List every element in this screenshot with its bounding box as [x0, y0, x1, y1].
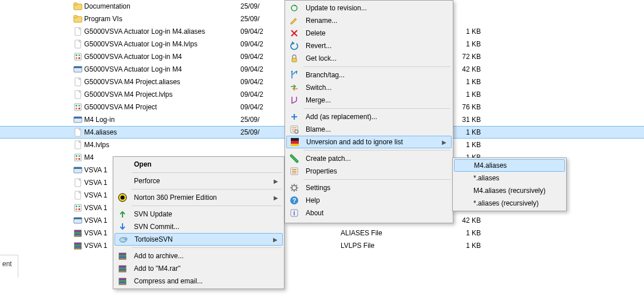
menu-item[interactable]: Perforce▶: [114, 175, 283, 187]
context-menu-ignore[interactable]: M4.aliases*.aliasesM4.aliases (recursive…: [452, 157, 567, 211]
folder-icon: [73, 14, 82, 23]
menu-item-label: TortoiseSVN: [131, 235, 173, 243]
menu-item[interactable]: TortoiseSVN▶: [114, 233, 283, 246]
menu-item-label: Create patch...: [302, 155, 351, 163]
rar-icon: [73, 228, 82, 238]
update-rev-icon: [290, 3, 299, 13]
rar-icon: [118, 251, 127, 261]
help-icon: [290, 196, 299, 205]
menu-separator: [132, 247, 282, 248]
lvproj-icon: [73, 102, 82, 112]
context-menu-main[interactable]: OpenPerforce▶Norton 360 Premier Edition▶…: [113, 156, 285, 289]
rar-icon: [118, 277, 127, 286]
branch-icon: [290, 70, 299, 80]
menu-item-label: *.aliases (recursively): [470, 199, 539, 207]
menu-item[interactable]: Open: [114, 158, 283, 171]
file-row[interactable]: VSVA 1014 12:17ALIASES File1 KB: [0, 227, 644, 239]
menu-item-label: Delete: [302, 29, 326, 37]
file-name: M4.aliases: [84, 128, 240, 136]
file-size: 42 KB: [455, 216, 481, 224]
menu-item-label: Branch/tag...: [302, 71, 345, 79]
menu-item[interactable]: Add to "M4.rar": [114, 262, 283, 275]
lvproj-icon: [73, 153, 82, 162]
menu-item[interactable]: About: [286, 207, 452, 219]
menu-separator: [303, 150, 451, 151]
menu-item-label: Properties: [302, 167, 337, 175]
menu-item[interactable]: Rename...: [286, 14, 452, 27]
menu-item-label: Add to archive...: [131, 252, 184, 260]
menu-item[interactable]: Unversion and add to ignore list▶: [286, 136, 452, 148]
menu-item-label: Add (as replacement)...: [302, 113, 377, 121]
menu-item[interactable]: Branch/tag...: [286, 69, 452, 81]
menu-item[interactable]: *.aliases: [454, 172, 565, 184]
menu-item-label: Revert...: [302, 42, 331, 50]
menu-item[interactable]: Add to archive...: [114, 250, 283, 262]
menu-item-label: Unversion and add to ignore list: [303, 138, 403, 146]
menu-separator: [303, 179, 451, 180]
file-size: 42 KB: [455, 65, 481, 73]
rename-icon: [290, 16, 299, 25]
menu-item[interactable]: Update to revision...: [286, 2, 452, 14]
submenu-arrow-icon: ▶: [274, 178, 278, 184]
menu-item-label: Merge...: [302, 96, 331, 104]
menu-item-label: About: [302, 209, 323, 217]
exe-icon: [73, 65, 82, 74]
menu-item[interactable]: SVN Commit...: [114, 220, 283, 233]
menu-item[interactable]: Settings: [286, 181, 452, 194]
unversion-icon: [290, 137, 299, 147]
menu-item[interactable]: Revert...: [286, 40, 452, 52]
menu-item[interactable]: Blame...: [286, 123, 452, 136]
menu-item[interactable]: SVN Update: [114, 208, 283, 220]
rar-icon: [73, 241, 82, 250]
file-type: LVLPS File: [341, 242, 455, 250]
exe-icon: [73, 216, 82, 225]
menu-item[interactable]: M4.aliases (recursively): [454, 184, 565, 197]
menu-item-label: Rename...: [302, 17, 337, 25]
menu-item[interactable]: Norton 360 Premier Edition▶: [114, 191, 283, 204]
menu-item[interactable]: Help: [286, 194, 452, 207]
file-name: Program VIs: [84, 15, 240, 23]
menu-item[interactable]: Properties: [286, 165, 452, 177]
lvproj-icon: [73, 52, 82, 61]
left-panel-fragment: ent: [0, 255, 18, 278]
menu-item[interactable]: Switch...: [286, 81, 452, 94]
exe-icon: [73, 165, 82, 175]
file-size: 1 KB: [455, 141, 481, 149]
add-icon: [290, 112, 299, 121]
menu-item[interactable]: Add (as replacement)...: [286, 110, 452, 123]
revert-icon: [290, 41, 299, 50]
menu-separator: [303, 108, 451, 109]
props-icon: [290, 167, 299, 176]
file-icon: [73, 90, 82, 99]
delete-icon: [290, 29, 299, 38]
file-name: M4.lvlps: [84, 141, 240, 149]
file-size: 72 KB: [455, 53, 481, 61]
menu-item-label: Switch...: [302, 84, 331, 92]
menu-item[interactable]: M4.aliases: [454, 159, 565, 172]
file-name: G5000VSVA Actuator Log-in M4: [84, 53, 240, 61]
file-size: 1 KB: [455, 229, 481, 237]
menu-item-label: *.aliases: [470, 174, 499, 182]
context-menu-tortoisesvn[interactable]: Update to revision...Rename...DeleteReve…: [285, 0, 453, 223]
file-name: M4 Log-in: [84, 116, 240, 124]
file-row[interactable]: VSVA 1014 12:17LVLPS File1 KB: [0, 239, 644, 252]
file-size: 31 KB: [455, 116, 481, 124]
menu-item-label: Help: [302, 196, 320, 204]
folder-icon: [73, 2, 82, 11]
menu-item-label: Compress and email...: [131, 277, 203, 285]
file-size: 1 KB: [455, 78, 481, 86]
menu-item[interactable]: Create patch...: [286, 152, 452, 165]
menu-item[interactable]: *.aliases (recursively): [454, 197, 565, 210]
menu-item[interactable]: Get lock...: [286, 52, 452, 65]
menu-item-label: SVN Update: [131, 210, 172, 218]
file-name: G5000VSVA M4 Project: [84, 103, 240, 111]
menu-item[interactable]: Delete: [286, 27, 452, 40]
menu-separator: [303, 66, 451, 67]
menu-item-label: SVN Commit...: [131, 223, 179, 231]
file-type: ALIASES File: [341, 229, 455, 237]
menu-item[interactable]: Compress and email...: [114, 275, 283, 287]
menu-item[interactable]: Merge...: [286, 94, 452, 106]
menu-separator: [132, 206, 282, 206]
submenu-arrow-icon: ▶: [442, 139, 447, 145]
file-icon: [73, 140, 82, 149]
